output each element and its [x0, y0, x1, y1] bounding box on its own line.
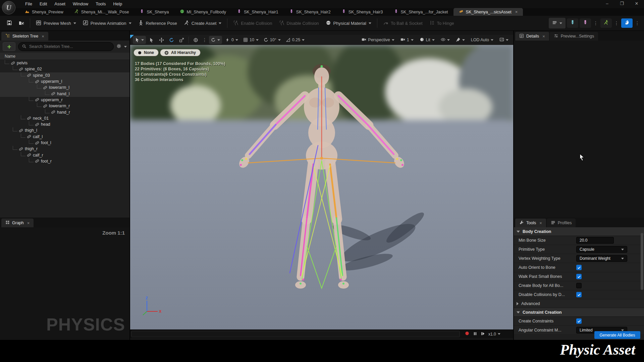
asset-tab-sk-shenya-hair2[interactable]: SK_Shenya_Hair2: [284, 8, 336, 16]
move-tool[interactable]: [157, 36, 166, 44]
tree-row-lowerarm_r[interactable]: lowerarm_r: [0, 103, 129, 109]
close-icon[interactable]: ×: [542, 34, 545, 39]
timeline-field[interactable]: [131, 331, 460, 337]
save-button[interactable]: [3, 18, 15, 28]
transform-space-button[interactable]: [191, 36, 200, 44]
search-input[interactable]: Search Skeleton Tree...: [18, 42, 114, 51]
close-button[interactable]: ✕: [629, 0, 644, 8]
minimize-button[interactable]: –: [600, 0, 614, 8]
asset-tab-sk-shenya-sicsasset[interactable]: SK_Shenya_...sicsAsset×: [453, 8, 523, 16]
close-icon[interactable]: ×: [42, 34, 44, 39]
graph-canvas[interactable]: Zoom 1:1 PHYSICS: [0, 227, 129, 340]
tree-row-spine_03[interactable]: spine_03: [0, 72, 129, 78]
property-checkbox[interactable]: [576, 292, 582, 297]
perspective-dropdown[interactable]: Perspective: [360, 36, 396, 44]
scale-tool[interactable]: [177, 36, 186, 44]
tree-row-hand_l[interactable]: hand_l: [0, 90, 129, 97]
property-select[interactable]: Capsule: [576, 246, 627, 253]
menu-window[interactable]: Window: [69, 0, 92, 8]
scale-snap-button[interactable]: 0.25: [284, 36, 307, 44]
brush-dropdown[interactable]: [454, 36, 467, 44]
menu-tools[interactable]: Tools: [92, 0, 109, 8]
grid-snap-button[interactable]: 10: [241, 36, 261, 44]
playback-speed-dropdown[interactable]: x1.0: [488, 332, 500, 337]
tree-row-lowerarm_l[interactable]: lowerarm_l: [0, 84, 129, 90]
tree-row-head[interactable]: head: [0, 121, 129, 127]
tab-profiles[interactable]: Profiles: [547, 219, 576, 227]
add-bone-body-button[interactable]: [3, 42, 15, 51]
lit-mode-dropdown[interactable]: Lit: [418, 36, 437, 44]
tree-row-foot_l[interactable]: foot_l: [0, 140, 129, 146]
pause-button[interactable]: [473, 331, 477, 337]
selection-mode-dropdown[interactable]: [133, 36, 146, 44]
section-body-creation[interactable]: Body Creation: [514, 227, 644, 236]
menu-edit[interactable]: Edit: [36, 0, 51, 8]
rotation-snap-button[interactable]: 10°: [262, 36, 283, 44]
generate-all-bodies-button[interactable]: Generate All Bodies: [594, 331, 640, 339]
skeleton-editor-mode[interactable]: [567, 18, 578, 28]
section-advanced[interactable]: Advanced: [514, 299, 644, 308]
tab-tools[interactable]: Tools ×: [515, 219, 546, 227]
asset-tab-sk-shenya-for-jacket[interactable]: SK_Shenya_...for_Jacket: [388, 8, 453, 16]
mesh-editor-mode[interactable]: [580, 18, 591, 28]
create-asset-button[interactable]: Create Asset: [180, 18, 225, 28]
tab-skeleton-tree[interactable]: Skeleton Tree ×: [1, 32, 48, 41]
property-checkbox[interactable]: [576, 283, 582, 288]
step-forward-button[interactable]: [481, 331, 485, 337]
more-options-icon[interactable]: ⋮: [634, 20, 641, 26]
asset-tab-sk-shenya[interactable]: SK_Shenya: [134, 8, 174, 16]
tree-row-thigh_r[interactable]: thigh_r: [0, 146, 129, 152]
more-options-icon[interactable]: ⋮: [201, 37, 208, 43]
asset-tab-shenya-preview[interactable]: Shenya_Preview: [19, 8, 69, 16]
tree-row-calf_l[interactable]: calf_l: [0, 134, 129, 140]
reference-pose-button[interactable]: Reference Pose: [135, 18, 180, 28]
browse-button[interactable]: [15, 18, 28, 28]
record-button[interactable]: [465, 331, 470, 337]
rotate-tool[interactable]: [167, 36, 176, 44]
tab-graph[interactable]: Graph ×: [1, 219, 34, 227]
tree-row-neck_01[interactable]: neck_01: [0, 115, 129, 121]
physical-material-button[interactable]: Physical Material: [322, 18, 375, 28]
menu-file[interactable]: File: [21, 0, 36, 8]
tree-row-upperarm_r[interactable]: upperarm_r: [0, 97, 129, 103]
more-options-icon[interactable]: ⋮: [613, 20, 620, 26]
filter-all-hierarchy[interactable]: All Hierarchy: [160, 49, 201, 56]
property-checkbox[interactable]: [576, 274, 582, 279]
property-input[interactable]: 20.0: [576, 237, 614, 244]
asset-tab-mi-shenya-fullbody[interactable]: MI_Shenya_Fullbody: [174, 8, 231, 16]
property-select[interactable]: Dominant Weight: [576, 255, 627, 262]
lod-dropdown[interactable]: LOD Auto: [469, 36, 495, 44]
tab-preview-settings[interactable]: Preview...Settings: [550, 32, 598, 41]
tree-row-upperarm_l[interactable]: upperarm_l: [0, 78, 129, 84]
viewport-scene[interactable]: NoneAll Hierarchy 17 Bodies (17 Consider…: [130, 45, 513, 329]
close-icon[interactable]: ×: [27, 221, 30, 226]
property-checkbox[interactable]: [576, 265, 582, 270]
menu-help[interactable]: Help: [109, 0, 126, 8]
more-options-icon[interactable]: ⋮: [592, 20, 599, 26]
camera-count-dropdown[interactable]: 1: [398, 36, 416, 44]
tree-row-foot_r[interactable]: foot_r: [0, 158, 129, 164]
preview-mesh-button[interactable]: Preview Mesh: [33, 18, 79, 28]
tree-row-thigh_l[interactable]: thigh_l: [0, 127, 129, 133]
menu-asset[interactable]: Asset: [51, 0, 69, 8]
tree-row-spine_02[interactable]: spine_02: [0, 66, 129, 72]
tree-row-pelvis[interactable]: pelvis: [0, 60, 129, 66]
property-checkbox[interactable]: [576, 318, 582, 324]
animation-editor-mode[interactable]: [600, 18, 612, 28]
screenshot-dropdown[interactable]: [497, 36, 511, 44]
filter-none[interactable]: None: [133, 49, 159, 56]
section-constraint-creation[interactable]: Constraint Creation: [514, 308, 644, 317]
asset-tab-sk-shenya-hair3[interactable]: SK_Shenya_Hair3: [336, 8, 388, 16]
tools-scrollbar[interactable]: [641, 233, 643, 290]
show-flags-dropdown[interactable]: [439, 36, 452, 44]
asset-tab-shenya-mi-walk-pose[interactable]: Shenya_Mi..._Walk_Pose: [69, 8, 135, 16]
tab-details[interactable]: Details ×: [515, 32, 549, 41]
physics-editor-mode[interactable]: [621, 18, 633, 28]
close-icon[interactable]: ×: [539, 221, 542, 226]
select-tool[interactable]: [147, 36, 156, 44]
surface-snap-button[interactable]: [209, 36, 222, 44]
editor-settings-menu[interactable]: [549, 18, 566, 28]
asset-tab-sk-shenya-hair1[interactable]: SK_Shenya_Hair1: [231, 8, 284, 16]
close-icon[interactable]: ×: [515, 9, 518, 14]
maximize-button[interactable]: ❐: [614, 0, 629, 8]
